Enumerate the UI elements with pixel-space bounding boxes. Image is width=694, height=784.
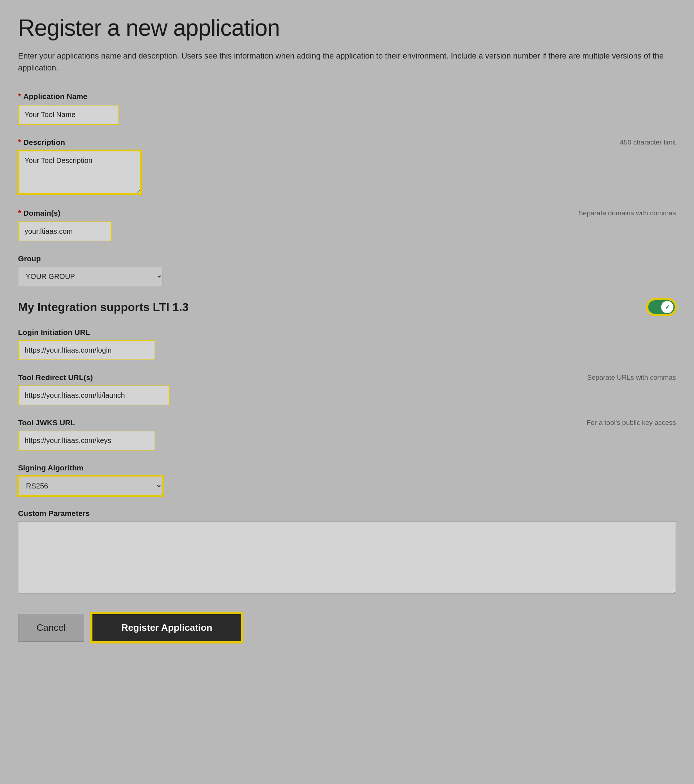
jwks-url-input[interactable] [18,431,155,451]
domains-field: * Domain(s) Separate domains with commas [18,208,676,241]
custom-parameters-textarea[interactable] [18,521,676,594]
required-star-domain: * [18,208,21,218]
jwks-url-field: Tool JWKS URL For a tool's public key ac… [18,418,676,451]
jwks-url-label: Tool JWKS URL [18,418,75,427]
description-hint: 450 character limit [620,138,676,146]
description-field: * Description 450 character limit Your T… [18,138,676,196]
redirect-url-input[interactable] [18,385,170,405]
lti-toggle[interactable]: ✓ [647,299,676,315]
register-button[interactable]: Register Application [91,613,242,642]
application-name-field: * Application Name [18,92,676,125]
description-textarea[interactable]: Your Tool Description [18,151,141,194]
description-label-row: * Description 450 character limit [18,138,676,147]
required-star-desc: * [18,138,21,147]
required-star-name: * [18,92,21,101]
page-container: Register a new application Enter your ap… [0,0,694,784]
jwks-url-label-row: Tool JWKS URL For a tool's public key ac… [18,418,676,427]
application-name-label: * Application Name [18,92,87,101]
application-name-input-wrapper [18,105,676,125]
group-label: Group [18,254,676,263]
redirect-url-hint: Separate URLs with commas [587,374,676,382]
domains-hint: Separate domains with commas [579,209,676,217]
cancel-button[interactable]: Cancel [18,614,84,642]
domains-label-row: * Domain(s) Separate domains with commas [18,208,676,218]
registration-form: * Application Name * Description 450 cha… [18,92,676,642]
custom-parameters-label: Custom Parameters [18,509,676,518]
description-input-wrapper: Your Tool Description [18,151,676,196]
toggle-check-icon: ✓ [665,303,670,311]
login-url-field: Login Initiation URL [18,328,676,360]
page-title: Register a new application [18,15,676,41]
group-field: Group YOUR GROUP [18,254,676,286]
redirect-url-field: Tool Redirect URL(s) Separate URLs with … [18,373,676,405]
login-url-input[interactable] [18,340,155,360]
redirect-url-label: Tool Redirect URL(s) [18,373,93,382]
signing-algorithm-select[interactable]: RS256 HS256 [18,476,163,496]
lti-section-header: My Integration supports LTI 1.3 ✓ [18,299,676,315]
signing-algorithm-field: Signing Algorithm RS256 HS256 [18,464,676,496]
lti-section-title: My Integration supports LTI 1.3 [18,301,189,314]
toggle-knob: ✓ [661,301,673,313]
login-url-label: Login Initiation URL [18,328,676,337]
domains-label: * Domain(s) [18,208,60,218]
application-name-input[interactable] [18,105,119,125]
signing-algorithm-label: Signing Algorithm [18,464,676,472]
application-name-label-row: * Application Name [18,92,676,101]
page-subtitle: Enter your applications name and descrip… [18,50,675,74]
group-select[interactable]: YOUR GROUP [18,267,163,286]
custom-parameters-field: Custom Parameters [18,509,676,595]
toggle-track: ✓ [648,300,675,314]
description-label: * Description [18,138,65,147]
redirect-url-label-row: Tool Redirect URL(s) Separate URLs with … [18,373,676,382]
domains-input[interactable] [18,221,112,241]
jwks-url-hint: For a tool's public key access [586,419,676,427]
buttons-row: Cancel Register Application [18,613,676,642]
